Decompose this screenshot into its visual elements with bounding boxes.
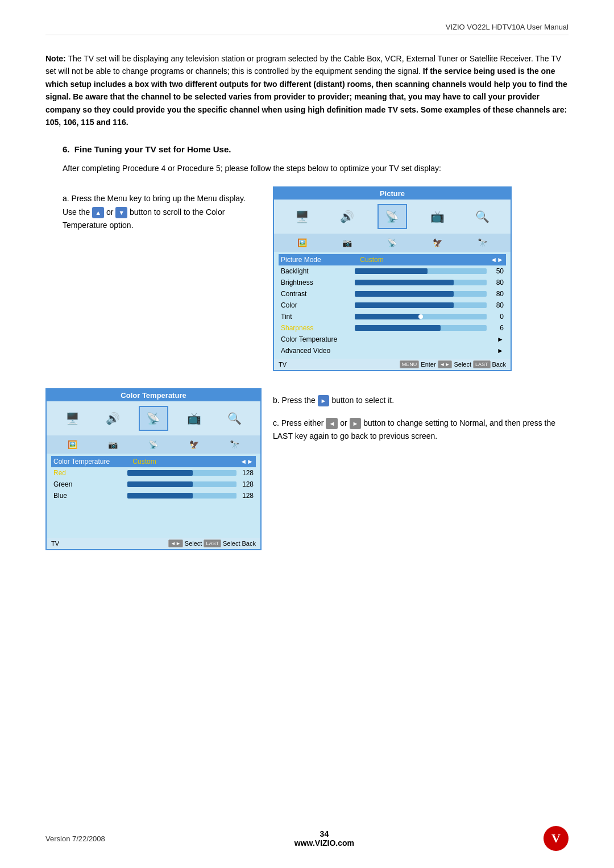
fill-backlight [355, 268, 428, 274]
menu-row-contrast: Contrast 80 [279, 288, 506, 300]
color-temp-footer-bar: TV ◄► Select LAST Select Back [47, 538, 260, 549]
enter-label: Enter [421, 361, 435, 368]
track-backlight [355, 268, 487, 274]
ct-number-blue: 128 [237, 492, 254, 500]
sub-icon-5: 🔭 [471, 235, 493, 251]
ct-sub-icon-5: 🔭 [223, 437, 246, 452]
footer-page-number: 34 [294, 829, 354, 838]
ct-footer-source: TV [51, 540, 59, 547]
picture-menu-icons: 🖥️ 🔊 📡 📺 🔍 [274, 200, 511, 234]
ct-row-blue: Blue 128 [51, 490, 256, 501]
track-tint [355, 314, 487, 319]
track-color [355, 302, 487, 308]
step-b-paragraph: b. Press the ► button to select it. [273, 394, 569, 408]
icon-channel: 📺 [422, 204, 452, 229]
color-temp-screenshot: Color Temperature 🖥️ 🔊 📡 📺 🔍 🖼️ 📷 📡 🦅 🔭 [45, 388, 262, 550]
page-header: VIZIO VO22L HDTV10A User Manual [45, 23, 569, 35]
sub-icon-2: 📷 [336, 235, 359, 251]
ct-icon-2: 🔊 [98, 406, 128, 431]
label-picture-mode: Picture Mode [281, 256, 355, 264]
footer-version: Version 7/22/2008 [45, 834, 105, 843]
ct-sub-icon-2: 📷 [102, 437, 125, 452]
number-contrast: 80 [487, 290, 504, 298]
ct-footer-btns: ◄► Select LAST Select Back [168, 539, 256, 547]
step-a-text3: or [106, 207, 115, 217]
number-brightness: 80 [487, 279, 504, 286]
label-brightness: Brightness [281, 279, 355, 286]
ct-icon-5: 🔍 [219, 406, 249, 431]
fill-color [355, 302, 454, 308]
ct-number-red: 128 [237, 469, 254, 477]
ct-label-red: Red [53, 469, 127, 477]
picture-menu-icons-small: 🖼️ 📷 📡 🦅 🔭 [274, 234, 511, 252]
down-btn-icon: ▼ [115, 207, 127, 219]
step-a-menu: Menu [107, 194, 127, 203]
footer-source-picture: TV [279, 361, 287, 368]
picture-menu-title: Picture [274, 188, 511, 200]
track-brightness [355, 280, 487, 285]
footer-url: www.VIZIO.com [294, 838, 354, 848]
ct-row-red: Red 128 [51, 467, 256, 479]
back-label-picture: Back [492, 361, 506, 368]
content-row-2: Color Temperature 🖥️ 🔊 📡 📺 🔍 🖼️ 📷 📡 🦅 🔭 [45, 388, 569, 550]
step-bc-text: b. Press the ► button to select it. c. P… [273, 388, 569, 452]
bar-sharpness [355, 325, 487, 331]
step-c-text3: button to change setting to Normal, and … [363, 418, 555, 427]
ct-sub-icon-4: 🦅 [182, 437, 205, 452]
footer-btns-picture: MENU Enter ◄► Select LAST Back [400, 360, 506, 368]
step-c-text1: c. Press either [273, 418, 326, 427]
icon-setup: 🔍 [467, 204, 497, 229]
section-title: Fine Tuning your TV set for Home Use. [74, 144, 231, 154]
icon-picture-selected: 📡 [377, 204, 407, 229]
picture-menu-footer-bar: TV MENU Enter ◄► Select LAST Back [274, 359, 511, 370]
arrow-picture-mode: ◄► [490, 256, 504, 264]
label-sharpness: Sharpness [281, 324, 355, 332]
menu-row-picture-mode: Picture Mode Custom ◄► [279, 254, 506, 265]
step-c-paragraph: c. Press either ◄ or ► button to change … [273, 417, 569, 444]
label-color-temp: Color Temperature [281, 335, 355, 343]
ct-sub-icon-3: 📡 [142, 437, 165, 452]
ct-spacer-3 [51, 524, 256, 535]
fill-sharpness [355, 325, 441, 331]
bar-tint [355, 314, 487, 319]
btn-menu: MENU [400, 360, 420, 368]
icon-display: 🖥️ [288, 204, 317, 229]
step-b-text: b. Press the [273, 396, 316, 405]
step-c-btn1: ◄ [326, 418, 338, 430]
ct-fill-red [127, 470, 193, 476]
track-contrast [355, 291, 487, 297]
header-title: VIZIO VO22L HDTV10A User Manual [446, 23, 569, 31]
menu-row-sharpness: Sharpness 6 [279, 322, 506, 334]
intro-text: After completing Procedure 4 or Procedur… [63, 162, 569, 175]
step-c-btn2: ► [350, 418, 362, 430]
ct-icon-4: 📺 [179, 406, 209, 431]
menu-row-brightness: Brightness 80 [279, 277, 506, 288]
step-b-text2: button to select it. [331, 396, 394, 405]
ct-track-blue [127, 493, 237, 499]
ct-row-green: Green 128 [51, 479, 256, 490]
ct-bar-blue [127, 493, 237, 499]
ct-label-green: Green [53, 480, 127, 488]
ct-spacer-2 [51, 513, 256, 524]
content-row-1: a. Press the Menu key to bring up the Me… [45, 186, 569, 371]
vizio-logo: V [544, 826, 569, 851]
ct-icon-3-selected: 📡 [139, 406, 168, 431]
up-btn-icon: ▲ [92, 207, 104, 219]
color-temp-items: Color Temperature Custom ◄► Red 128 [47, 454, 260, 538]
sub-icon-1: 🖼️ [291, 235, 314, 251]
menu-row-color-temp: Color Temperature ► [279, 334, 506, 345]
step-c-text4: key again to go back to previous screen. [293, 431, 437, 441]
label-advanced-video: Advanced Video [281, 347, 355, 355]
ct-track-green [127, 481, 237, 487]
ct-number-green: 128 [237, 480, 254, 488]
step-a-text1: a. Press the [63, 194, 107, 203]
ct-label-colortemp: Color Temperature [53, 458, 127, 466]
fill-contrast [355, 291, 454, 297]
section-heading: 6. Fine Tuning your TV set for Home Use. [63, 144, 569, 154]
ct-bar-red [127, 470, 237, 476]
tint-dot [418, 314, 423, 319]
number-backlight: 50 [487, 267, 504, 275]
ct-spacer-1 [51, 501, 256, 513]
menu-row-color: Color 80 [279, 300, 506, 311]
label-tint: Tint [281, 313, 355, 321]
